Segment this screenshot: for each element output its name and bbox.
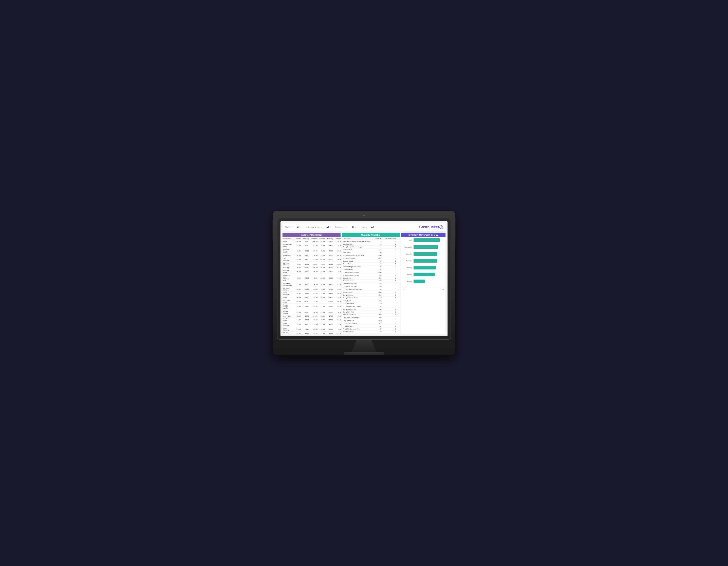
table-cell: Chicken Soup - Large xyxy=(342,271,374,274)
table-cell: -22.00 xyxy=(310,303,318,310)
table-cell: -40.00 xyxy=(301,274,310,282)
table-cell: Caesar Salad xyxy=(342,260,374,263)
table-row: Chicken Soup - Large-5550 xyxy=(342,271,400,274)
table-cell: -75.00 xyxy=(293,262,302,267)
filter-type-value: All ▼ xyxy=(371,226,376,229)
table-cell: -18 xyxy=(374,296,383,299)
table-cell: 0 xyxy=(383,294,397,296)
chart-footer: -1K 0K xyxy=(401,287,445,291)
table-row: Chicken Patty-210 xyxy=(342,268,400,271)
table-cell: Fried Chicken and Fries xyxy=(342,328,374,330)
chart-day-label: Monday xyxy=(402,267,412,269)
table-row: Curry Goat Roti-490 xyxy=(342,302,400,305)
table-cell: -21 xyxy=(374,266,383,268)
monitor-stand xyxy=(352,339,376,352)
filter-category[interactable]: Category Name ▼ xyxy=(306,226,322,228)
filter-desc-chevron: ▼ xyxy=(346,226,348,228)
table-cell: Beef Patty xyxy=(283,254,293,257)
table-row: Curry Chicken-40.00-40.00-34.00-14.00-26… xyxy=(283,291,341,296)
table-cell: -1.00 xyxy=(318,287,325,291)
table-cell: D&G Pineapple xyxy=(342,319,374,322)
table-cell: -25.00 xyxy=(293,315,302,317)
table-cell: -25.00 xyxy=(301,299,310,303)
monitor-bezel: Month ▼ All ▼ Category Name ▼ All ▼ xyxy=(277,218,451,339)
table-row: Curry Chicken Pasta-180 xyxy=(342,296,400,299)
table-cell: -24.00 xyxy=(301,296,310,299)
table-cell: 0 xyxy=(383,325,397,328)
table-cell: -40.00 xyxy=(301,291,310,296)
table-cell: -82.00 xyxy=(310,243,318,248)
table-cell: 0 xyxy=(383,288,397,291)
table-cell: -311 xyxy=(374,257,383,260)
chart-day-label: Saturday xyxy=(402,253,412,255)
table-cell: Carrot Cake xyxy=(342,263,374,266)
table-cell: -666 xyxy=(374,254,383,257)
table-row: BBq Chicken-150 xyxy=(342,249,400,251)
table-cell: -43.00 xyxy=(293,274,302,282)
table-cell: -20.00 xyxy=(325,327,334,331)
table-cell: -79.00 xyxy=(334,269,341,274)
table-cell: -34.00 xyxy=(325,282,334,287)
table-row: Curry Goat-1650 xyxy=(342,299,400,302)
table-row: Fried Chicken and Fries-240 xyxy=(342,328,400,330)
table-cell: 0 xyxy=(383,291,397,294)
table-cell: -110.00 xyxy=(334,240,341,243)
table-row: Dubai Grill Chicken-210 xyxy=(342,322,400,325)
table-cell: Happy Ginger Lemon xyxy=(283,303,293,310)
table-cell: 0 xyxy=(383,322,397,325)
table-cell: Happy Sorrel xyxy=(283,310,293,315)
table-cell: -86 xyxy=(374,325,383,328)
brand-name: Costbucket xyxy=(419,225,439,229)
qty-scroll-space xyxy=(397,237,400,240)
table-cell: -54 xyxy=(374,308,383,311)
chart-bar-area xyxy=(414,273,444,276)
chart-panel: Inventory Movement by Day FridayWednesda… xyxy=(401,233,445,334)
table-cell: -8.00 xyxy=(334,310,341,315)
table-cell: -106.00 xyxy=(334,254,341,257)
table-row: Happy Sorrel-19.00-32.00-20.00-3.00-21.0… xyxy=(283,310,341,315)
table-cell: Water xyxy=(283,296,293,299)
table-cell: 0 xyxy=(383,277,397,280)
table-cell: LS Stew Chicken xyxy=(283,331,293,334)
table-row: Boneless Curry Chicken Roti-6660 xyxy=(342,254,400,257)
table-cell: LS Curry Chicken xyxy=(283,287,293,291)
table-cell: -7 xyxy=(374,311,383,313)
table-cell: -21.00 xyxy=(325,310,334,315)
table-cell: -88.00 xyxy=(325,243,334,248)
table-cell: Coconut Curry Tofu xyxy=(342,283,374,285)
table-cell: -33.00 xyxy=(293,303,302,310)
table-cell: -138 xyxy=(374,291,383,294)
table-cell: Bang Bang Chicken Nugget xyxy=(342,246,374,249)
table-cell: -22.00 xyxy=(334,303,341,310)
table-cell: 0 xyxy=(383,260,397,263)
table-cell: -21.00 xyxy=(301,303,310,310)
table-cell: -25.00 xyxy=(334,291,341,296)
table-cell: -21 xyxy=(374,322,383,325)
table-cell: -59.00 xyxy=(301,269,310,274)
table-cell: -3.00 xyxy=(318,327,325,331)
table-cell: -46.00 xyxy=(325,257,334,262)
table-cell: -57.00 xyxy=(293,257,302,262)
qty-col-desc: Description xyxy=(342,237,374,240)
filter-description[interactable]: Description ▼ xyxy=(335,226,348,228)
brand-logo: Costbucket © xyxy=(419,225,443,229)
chart-row: Sunday xyxy=(402,280,444,283)
table-cell: Curry Goat Roti xyxy=(342,302,374,305)
table-cell: -26.00 xyxy=(325,291,334,296)
chart-bar-area xyxy=(414,238,444,242)
table-cell: -76.00 xyxy=(301,243,310,248)
chart-row: Friday xyxy=(402,238,444,242)
table-cell: 0 xyxy=(383,271,397,274)
table-cell: Beef Patty xyxy=(342,251,374,254)
table-cell: -14.00 xyxy=(318,291,325,296)
table-cell: -126 xyxy=(374,319,383,322)
filter-type[interactable]: Type ▼ xyxy=(360,226,367,228)
table-cell: 0 xyxy=(383,330,397,333)
filter-bar: Month ▼ All ▼ Category Name ▼ All ▼ xyxy=(283,223,445,231)
table-cell: -93.00 xyxy=(293,243,302,248)
table-row: Curry Shrimp Roti-540 xyxy=(342,308,400,311)
main-grid: Inventory Movement Description Friday Mo… xyxy=(283,233,445,334)
filter-month[interactable]: Month ▼ xyxy=(285,226,293,228)
qty-col-reorder: Re-Order Level xyxy=(383,237,397,240)
table-cell: -86 xyxy=(374,251,383,254)
